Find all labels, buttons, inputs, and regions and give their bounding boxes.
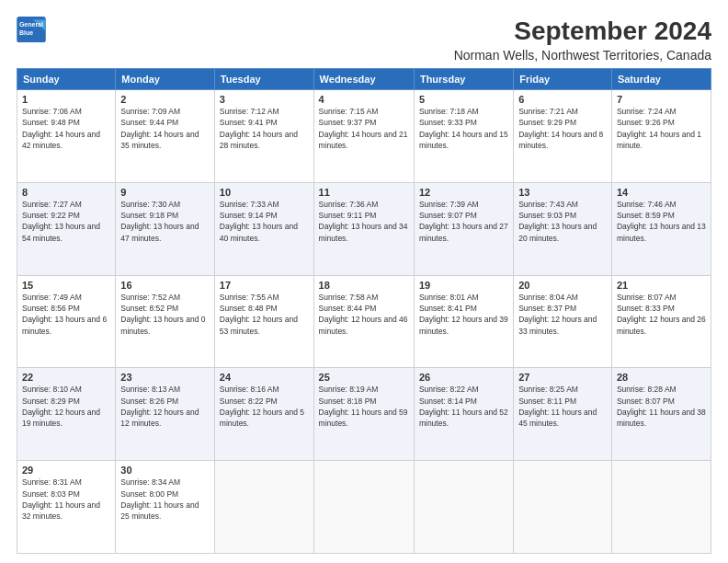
calendar-cell: 23Sunrise: 8:13 AMSunset: 8:26 PMDayligh… bbox=[116, 368, 215, 461]
calendar-cell bbox=[611, 461, 711, 554]
calendar-cell: 14Sunrise: 7:46 AMSunset: 8:59 PMDayligh… bbox=[611, 182, 711, 275]
logo-icon: General Blue bbox=[17, 17, 46, 42]
calendar-cell: 19Sunrise: 8:01 AMSunset: 8:41 PMDayligh… bbox=[414, 275, 513, 368]
calendar-cell: 26Sunrise: 8:22 AMSunset: 8:14 PMDayligh… bbox=[414, 368, 513, 461]
calendar-cell: 8Sunrise: 7:27 AMSunset: 9:22 PMDaylight… bbox=[17, 182, 116, 275]
calendar-cell: 4Sunrise: 7:15 AMSunset: 9:37 PMDaylight… bbox=[313, 90, 414, 183]
day-number: 30 bbox=[120, 465, 210, 476]
day-info: Sunrise: 7:24 AMSunset: 9:26 PMDaylight:… bbox=[617, 106, 706, 151]
day-info: Sunrise: 7:15 AMSunset: 9:37 PMDaylight:… bbox=[319, 106, 409, 151]
calendar-week-row: 15Sunrise: 7:49 AMSunset: 8:56 PMDayligh… bbox=[17, 275, 711, 368]
day-header-thursday: Thursday bbox=[414, 69, 513, 90]
day-info: Sunrise: 8:25 AMSunset: 8:11 PMDaylight:… bbox=[518, 384, 607, 429]
day-number: 5 bbox=[419, 94, 508, 105]
day-number: 17 bbox=[220, 280, 309, 291]
calendar-cell: 29Sunrise: 8:31 AMSunset: 8:03 PMDayligh… bbox=[17, 461, 116, 554]
calendar-cell: 20Sunrise: 8:04 AMSunset: 8:37 PMDayligh… bbox=[514, 275, 612, 368]
calendar-cell: 7Sunrise: 7:24 AMSunset: 9:26 PMDaylight… bbox=[611, 90, 711, 183]
title-block: September 2024 Norman Wells, Northwest T… bbox=[454, 17, 711, 63]
day-number: 7 bbox=[617, 94, 706, 105]
day-info: Sunrise: 7:58 AMSunset: 8:44 PMDaylight:… bbox=[319, 292, 409, 337]
day-number: 12 bbox=[419, 187, 508, 198]
calendar-week-row: 1Sunrise: 7:06 AMSunset: 9:48 PMDaylight… bbox=[17, 90, 711, 183]
calendar-table: SundayMondayTuesdayWednesdayThursdayFrid… bbox=[17, 68, 711, 554]
calendar-cell: 1Sunrise: 7:06 AMSunset: 9:48 PMDaylight… bbox=[17, 90, 116, 183]
day-info: Sunrise: 8:28 AMSunset: 8:07 PMDaylight:… bbox=[617, 384, 706, 429]
day-info: Sunrise: 8:13 AMSunset: 8:26 PMDaylight:… bbox=[120, 384, 210, 429]
day-info: Sunrise: 7:33 AMSunset: 9:14 PMDaylight:… bbox=[220, 199, 309, 244]
calendar-week-row: 8Sunrise: 7:27 AMSunset: 9:22 PMDaylight… bbox=[17, 182, 711, 275]
day-number: 2 bbox=[120, 94, 210, 105]
day-number: 9 bbox=[120, 187, 210, 198]
calendar-cell: 28Sunrise: 8:28 AMSunset: 8:07 PMDayligh… bbox=[611, 368, 711, 461]
svg-text:Blue: Blue bbox=[19, 29, 33, 36]
calendar-week-row: 22Sunrise: 8:10 AMSunset: 8:29 PMDayligh… bbox=[17, 368, 711, 461]
subtitle: Norman Wells, Northwest Territories, Can… bbox=[454, 48, 711, 63]
day-header-saturday: Saturday bbox=[611, 69, 711, 90]
calendar-cell bbox=[514, 461, 612, 554]
day-number: 22 bbox=[22, 372, 110, 383]
day-number: 28 bbox=[617, 372, 706, 383]
day-info: Sunrise: 7:36 AMSunset: 9:11 PMDaylight:… bbox=[319, 199, 409, 244]
day-number: 15 bbox=[22, 280, 110, 291]
calendar-cell: 17Sunrise: 7:55 AMSunset: 8:48 PMDayligh… bbox=[214, 275, 313, 368]
day-number: 27 bbox=[518, 372, 607, 383]
day-info: Sunrise: 8:22 AMSunset: 8:14 PMDaylight:… bbox=[419, 384, 508, 429]
day-info: Sunrise: 8:16 AMSunset: 8:22 PMDaylight:… bbox=[220, 384, 309, 429]
calendar-cell: 5Sunrise: 7:18 AMSunset: 9:33 PMDaylight… bbox=[414, 90, 513, 183]
day-info: Sunrise: 7:52 AMSunset: 8:52 PMDaylight:… bbox=[120, 292, 210, 337]
day-number: 26 bbox=[419, 372, 508, 383]
day-number: 29 bbox=[22, 465, 110, 476]
calendar-page: General Blue September 2024 Norman Wells… bbox=[0, 0, 728, 563]
day-number: 10 bbox=[220, 187, 309, 198]
svg-text:General: General bbox=[19, 21, 43, 28]
day-info: Sunrise: 7:30 AMSunset: 9:18 PMDaylight:… bbox=[120, 199, 210, 244]
day-number: 6 bbox=[518, 94, 607, 105]
day-info: Sunrise: 7:49 AMSunset: 8:56 PMDaylight:… bbox=[22, 292, 110, 337]
day-number: 1 bbox=[22, 94, 110, 105]
calendar-cell: 21Sunrise: 8:07 AMSunset: 8:33 PMDayligh… bbox=[611, 275, 711, 368]
day-number: 20 bbox=[518, 280, 607, 291]
calendar-cell: 22Sunrise: 8:10 AMSunset: 8:29 PMDayligh… bbox=[17, 368, 116, 461]
day-info: Sunrise: 7:39 AMSunset: 9:07 PMDaylight:… bbox=[419, 199, 508, 244]
day-info: Sunrise: 8:34 AMSunset: 8:00 PMDaylight:… bbox=[120, 477, 210, 522]
day-info: Sunrise: 8:31 AMSunset: 8:03 PMDaylight:… bbox=[22, 477, 110, 522]
day-info: Sunrise: 7:46 AMSunset: 8:59 PMDaylight:… bbox=[617, 199, 706, 244]
day-number: 24 bbox=[220, 372, 309, 383]
day-number: 21 bbox=[617, 280, 706, 291]
calendar-cell: 12Sunrise: 7:39 AMSunset: 9:07 PMDayligh… bbox=[414, 182, 513, 275]
calendar-cell: 9Sunrise: 7:30 AMSunset: 9:18 PMDaylight… bbox=[116, 182, 215, 275]
calendar-header-row: SundayMondayTuesdayWednesdayThursdayFrid… bbox=[17, 69, 711, 90]
day-number: 18 bbox=[319, 280, 409, 291]
calendar-cell: 13Sunrise: 7:43 AMSunset: 9:03 PMDayligh… bbox=[514, 182, 612, 275]
day-number: 23 bbox=[120, 372, 210, 383]
calendar-cell: 2Sunrise: 7:09 AMSunset: 9:44 PMDaylight… bbox=[116, 90, 215, 183]
calendar-cell: 11Sunrise: 7:36 AMSunset: 9:11 PMDayligh… bbox=[313, 182, 414, 275]
day-info: Sunrise: 7:21 AMSunset: 9:29 PMDaylight:… bbox=[518, 106, 607, 151]
day-info: Sunrise: 8:04 AMSunset: 8:37 PMDaylight:… bbox=[518, 292, 607, 337]
calendar-cell: 6Sunrise: 7:21 AMSunset: 9:29 PMDaylight… bbox=[514, 90, 612, 183]
day-info: Sunrise: 7:43 AMSunset: 9:03 PMDaylight:… bbox=[518, 199, 607, 244]
day-number: 16 bbox=[120, 280, 210, 291]
day-header-friday: Friday bbox=[514, 69, 612, 90]
day-header-tuesday: Tuesday bbox=[214, 69, 313, 90]
calendar-cell: 3Sunrise: 7:12 AMSunset: 9:41 PMDaylight… bbox=[214, 90, 313, 183]
day-header-monday: Monday bbox=[116, 69, 215, 90]
calendar-cell: 18Sunrise: 7:58 AMSunset: 8:44 PMDayligh… bbox=[313, 275, 414, 368]
day-number: 13 bbox=[518, 187, 607, 198]
day-info: Sunrise: 8:10 AMSunset: 8:29 PMDaylight:… bbox=[22, 384, 110, 429]
calendar-cell: 10Sunrise: 7:33 AMSunset: 9:14 PMDayligh… bbox=[214, 182, 313, 275]
day-info: Sunrise: 7:18 AMSunset: 9:33 PMDaylight:… bbox=[419, 106, 508, 151]
day-number: 11 bbox=[319, 187, 409, 198]
calendar-cell bbox=[214, 461, 313, 554]
day-number: 19 bbox=[419, 280, 508, 291]
calendar-cell bbox=[414, 461, 513, 554]
calendar-cell bbox=[313, 461, 414, 554]
day-info: Sunrise: 8:07 AMSunset: 8:33 PMDaylight:… bbox=[617, 292, 706, 337]
logo: General Blue bbox=[17, 17, 46, 42]
day-info: Sunrise: 7:06 AMSunset: 9:48 PMDaylight:… bbox=[22, 106, 110, 151]
calendar-cell: 24Sunrise: 8:16 AMSunset: 8:22 PMDayligh… bbox=[214, 368, 313, 461]
calendar-cell: 15Sunrise: 7:49 AMSunset: 8:56 PMDayligh… bbox=[17, 275, 116, 368]
calendar-week-row: 29Sunrise: 8:31 AMSunset: 8:03 PMDayligh… bbox=[17, 461, 711, 554]
calendar-cell: 27Sunrise: 8:25 AMSunset: 8:11 PMDayligh… bbox=[514, 368, 612, 461]
